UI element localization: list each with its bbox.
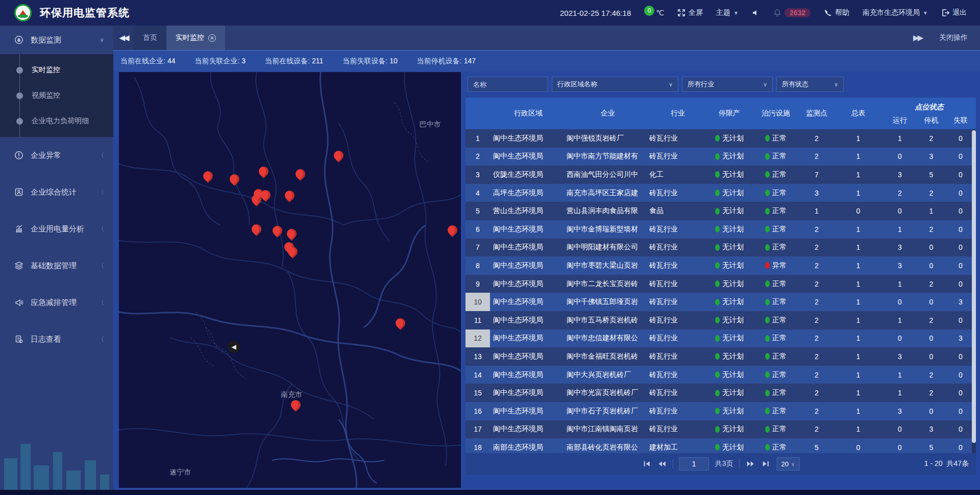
- sidebar-item-视频监控[interactable]: 视频监控: [0, 83, 113, 108]
- app-header: 环保用电监管系统 2021-02-25 17:46:18 0 ℃ 全屏 主题▼ …: [0, 0, 980, 26]
- status-dot-icon: [715, 262, 720, 269]
- org-dropdown[interactable]: 南充市生态环境局▼: [863, 8, 928, 17]
- tab-home[interactable]: 首页: [134, 26, 166, 50]
- tabs-scroll-right-button[interactable]: ▶▶: [913, 33, 922, 42]
- table-row[interactable]: 17阆中生态环境局阆中市江南镇阆南页岩砖瓦行业无计划正常21030: [465, 420, 976, 439]
- status-dot-icon: [715, 208, 720, 215]
- status-dot-icon: [715, 280, 720, 287]
- help-button[interactable]: 帮助: [824, 8, 849, 17]
- status-dot-icon: [715, 190, 720, 196]
- table-row[interactable]: 14阆中生态环境局阆中大兴页岩机砖厂砖瓦行业无计划正常21120: [465, 366, 976, 384]
- status-dot-icon: [715, 408, 720, 414]
- stats-bar: 当前在线企业:44当前失联企业:3当前在线设备:211当前失联设备:10当前停机…: [113, 50, 980, 72]
- mute-button[interactable]: [752, 9, 760, 17]
- close-tab-icon[interactable]: ✕: [208, 34, 216, 42]
- table-row[interactable]: 8阆中生态环境局阆中市枣碧大梁山页岩砖瓦行业无计划异常21300: [465, 256, 976, 275]
- tab-realtime-monitor[interactable]: 实时监控 ✕: [166, 26, 225, 50]
- map-roads: [119, 72, 461, 488]
- industry-filter-select[interactable]: 所有行业∨: [682, 77, 773, 92]
- status-dot-icon: [765, 390, 770, 396]
- table-row[interactable]: 12阆中生态环境局阆中市忠信建材有限公砖瓦行业无计划正常21003: [465, 329, 976, 348]
- company-stats-icon: [14, 187, 23, 197]
- status-dot-icon: [715, 153, 720, 160]
- table-row[interactable]: 2阆中生态环境局阆中市南方节能建材有砖瓦行业无计划正常21030: [465, 148, 976, 166]
- status-filter-select[interactable]: 所有状态∨: [776, 77, 844, 92]
- table-row[interactable]: 5营山生态环境局营山县润丰肉食品有限食品无计划正常10010: [465, 202, 976, 220]
- emergency-icon: [14, 298, 23, 307]
- table-row[interactable]: 18南部生态环境局南部县砖化页岩有限公建材加工无计划正常50050: [465, 438, 976, 453]
- table-row[interactable]: 16阆中生态环境局阆中市石子页岩机砖厂砖瓦行业无计划正常21300: [465, 402, 976, 420]
- next-page-button[interactable]: [746, 459, 755, 468]
- table-row[interactable]: 10阆中生态环境局阆中千佛镇五郎垭页岩砖瓦行业无计划正常21003: [465, 293, 976, 311]
- first-page-button[interactable]: [642, 459, 651, 468]
- last-page-button[interactable]: [762, 459, 771, 468]
- record-range-label: 1 - 20 共47条: [924, 459, 969, 468]
- sidebar-section-企业综合统计[interactable]: 企业综合统计〈: [0, 174, 113, 210]
- bell-icon: [773, 9, 781, 17]
- fullscreen-button[interactable]: 全屏: [677, 8, 703, 17]
- col-point-status-group: 点位状态 运行 停机 失联: [883, 98, 976, 129]
- sidebar-section-日志查看[interactable]: 日志查看〈: [0, 321, 113, 358]
- bullet-dot-icon: [16, 92, 23, 99]
- bullet-dot-icon: [16, 67, 23, 74]
- sidebar-item-企业电力负荷明细[interactable]: 企业电力负荷明细: [0, 108, 113, 134]
- phone-icon: [824, 9, 832, 17]
- name-filter-input[interactable]: [468, 77, 548, 92]
- page-size-select[interactable]: 20∨: [777, 457, 800, 470]
- company-alert-icon: [14, 151, 23, 160]
- table-row[interactable]: 11阆中生态环境局阆中市五马桥页岩机砖砖瓦行业无计划正常21120: [465, 311, 976, 329]
- chevron-left-icon: 〈: [98, 225, 104, 233]
- status-dot-icon: [765, 171, 770, 178]
- chevron-down-icon: ∨: [669, 81, 673, 88]
- map-panel[interactable]: 巴中市南充市遂宁市: [119, 72, 461, 488]
- base-data-icon: [14, 261, 23, 270]
- collapse-map-button[interactable]: ◀: [228, 341, 240, 353]
- table-header: 行政区域 企业 行业 停限产 治污设施 监测点 总表 点位状态 运行 停机 失联: [465, 98, 976, 129]
- status-dot-icon: [765, 226, 770, 232]
- region-filter-select[interactable]: 行政区域名称∨: [552, 77, 678, 92]
- theme-dropdown[interactable]: 主题▼: [716, 8, 739, 17]
- status-dot-icon: [765, 317, 770, 323]
- main-content: 巴中市南充市遂宁市 ◀ 行政区域名称∨ 所有行业∨ 所有状态∨ 行政区域 企业 …: [113, 72, 980, 495]
- tabs-scroll-left-button[interactable]: ◀◀: [113, 26, 134, 50]
- status-dot-icon: [715, 299, 720, 305]
- col-meter: 总表: [834, 98, 883, 129]
- sidebar-item-实时监控[interactable]: 实时监控: [0, 57, 113, 83]
- stat-item: 当前失联企业:3: [194, 57, 246, 66]
- col-region: 行政区域: [490, 98, 567, 129]
- close-operations-button[interactable]: 关闭操作: [939, 33, 968, 42]
- data-monitor-icon: [14, 35, 23, 44]
- logout-button[interactable]: 退出: [941, 8, 967, 17]
- datetime: 2021-02-25 17:46:18: [560, 9, 631, 17]
- chevron-down-icon: ▼: [733, 10, 739, 16]
- sidebar-section-基础数据管理[interactable]: 基础数据管理〈: [0, 247, 113, 284]
- chevron-left-icon: 〈: [98, 335, 104, 344]
- table-row[interactable]: 6阆中生态环境局阆中市金博瑞新型墙材砖瓦行业无计划正常21120: [465, 220, 976, 239]
- sidebar-section-数据监测[interactable]: 数据监测∨: [0, 26, 113, 54]
- sidebar-section-企业异常[interactable]: 企业异常〈: [0, 137, 113, 174]
- status-dot-icon: [715, 244, 720, 251]
- temperature-unit: ℃: [656, 9, 664, 17]
- table-scrollbar: [972, 129, 976, 453]
- status-dot-icon: [765, 335, 770, 342]
- prev-page-button[interactable]: [657, 459, 667, 468]
- prev-page-icon: [658, 460, 666, 467]
- table-row[interactable]: 9阆中生态环境局阆中市二龙长宝页岩砖砖瓦行业无计划正常21120: [465, 275, 976, 293]
- table-row[interactable]: 1阆中生态环境局阆中强锐页岩砖厂砖瓦行业无计划正常21120: [465, 129, 976, 148]
- scrollbar-thumb[interactable]: [972, 130, 976, 443]
- bullet-dot-icon: [16, 118, 23, 125]
- table-row[interactable]: 13阆中生态环境局阆中市金福旺页岩机砖砖瓦行业无计划正常21300: [465, 347, 976, 366]
- table-row[interactable]: 3仪陇生态环境局西南油气田分公司川中化工无计划正常71350: [465, 166, 976, 184]
- table-row[interactable]: 7阆中生态环境局阆中明阳建材有限公司砖瓦行业无计划正常21300: [465, 239, 976, 257]
- temperature: 0 ℃: [644, 9, 664, 17]
- sidebar-section-应急减排管理[interactable]: 应急减排管理〈: [0, 284, 113, 321]
- bottom-strip: [0, 490, 980, 495]
- table-row[interactable]: 15阆中生态环境局阆中市光富页岩机砖厂砖瓦行业无计划正常21120: [465, 384, 976, 402]
- table-row[interactable]: 4高坪生态环境局南充市高坪区王家店建砖瓦行业无计划正常31220: [465, 184, 976, 202]
- sidebar-section-企业用电量分析[interactable]: 企业用电量分析〈: [0, 210, 113, 247]
- app-logo-icon: [14, 4, 32, 21]
- total-pages-label: 共3页: [715, 459, 733, 468]
- page-number-input[interactable]: [679, 457, 709, 470]
- pagination-bar: 共3页 20∨ 1 - 20 共47条: [465, 453, 976, 475]
- notifications[interactable]: 2632: [773, 8, 811, 17]
